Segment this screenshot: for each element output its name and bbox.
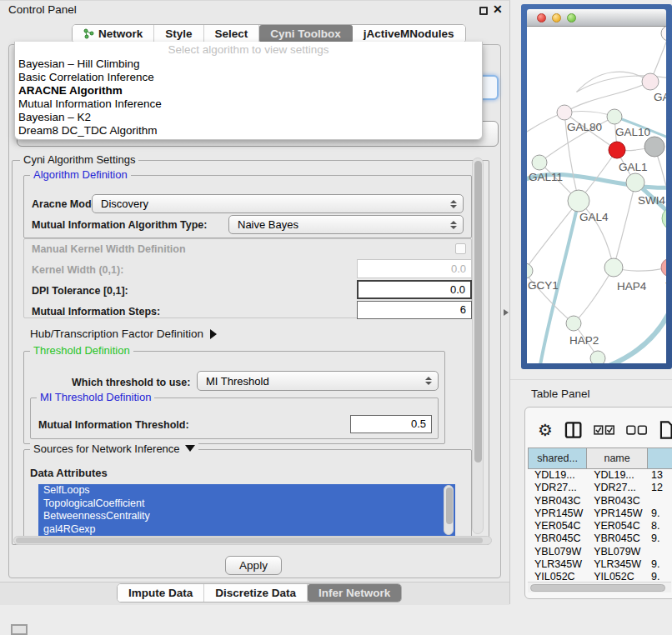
sources-legend[interactable]: Sources for Network Inference (30, 443, 198, 455)
column-header-2[interactable] (648, 448, 672, 469)
table-horizontal-scrollbar-thumb[interactable] (530, 584, 665, 592)
expanded-arrow-icon[interactable] (185, 445, 195, 452)
tab-select[interactable]: Select (204, 25, 260, 42)
settings-vertical-scrollbar-thumb[interactable] (474, 161, 482, 462)
node-table-body: YDL19...YDL19...13YDR27...YDR27...12YBR0… (528, 469, 672, 584)
zoom-traffic-light-icon[interactable] (567, 13, 576, 22)
network-node-gal1[interactable] (609, 142, 625, 158)
network-node-swi4[interactable] (626, 173, 644, 192)
aracne-mode-combobox[interactable]: Discovery (92, 194, 464, 213)
tab-label: Style (165, 28, 192, 40)
table-cell: YBR043C (587, 495, 648, 508)
table-horizontal-scrollbar[interactable] (528, 582, 671, 592)
network-node-hap2[interactable] (566, 316, 581, 331)
table-cell: YDL19... (528, 469, 587, 482)
table-row[interactable]: YER054CYER054C8. (528, 520, 672, 532)
table-row[interactable]: YBR045CYBR045C9. (528, 532, 672, 545)
network-node-y[interactable] (661, 258, 666, 277)
tab-impute-data[interactable]: Impute Data (118, 584, 204, 602)
tab-cyni-toolbox[interactable]: Cyni Toolbox (259, 25, 353, 42)
table-row[interactable]: YLR345WYLR345W9. (528, 558, 672, 571)
attribute-item-selfloops[interactable]: SelfLoops (38, 484, 455, 498)
algorithm-option-basic-correlation-inference[interactable]: Basic Correlation Inference (15, 71, 482, 84)
aracne-mode-label: Aracne Mode: (32, 198, 101, 210)
network-node-gal4[interactable] (568, 190, 589, 212)
algorithm-option-aracne-algorithm[interactable]: ARACNE Algorithm (15, 84, 482, 98)
table-row[interactable]: YBR043CYBR043C (528, 495, 672, 508)
network-view-window[interactable]: GALGAL80GAL10GAL1GAL11SWI4GAL4GCY1HAP4YH… (521, 4, 672, 369)
settings-vertical-scrollbar[interactable] (472, 158, 484, 534)
which-threshold-value: MI Threshold (206, 375, 269, 388)
document-icon[interactable] (659, 420, 672, 440)
close-icon[interactable]: ✕ (493, 2, 503, 16)
tab-network[interactable]: Network (73, 25, 154, 42)
minimize-traffic-light-icon[interactable] (552, 13, 561, 22)
table-row[interactable]: YBL079WYBL079W (528, 546, 672, 558)
attribute-item-gal4rgexp[interactable]: gal4RGexp (38, 523, 455, 537)
float-window-icon[interactable] (479, 7, 488, 15)
network-node[interactable] (590, 351, 605, 363)
split-columns-icon[interactable] (564, 421, 582, 439)
network-node-gcy1[interactable] (527, 263, 533, 278)
network-node-gal10[interactable] (607, 109, 622, 124)
table-cell (648, 546, 672, 558)
algorithm-option-mutual-information-inference[interactable]: Mutual Information Inference (15, 98, 482, 111)
network-node[interactable] (661, 27, 666, 41)
network-graph[interactable]: GALGAL80GAL10GAL1GAL11SWI4GAL4GCY1HAP4YH… (527, 27, 666, 363)
algorithm-option-bayesian-hill-climbing[interactable]: Bayesian – Hill Climbing (15, 58, 482, 71)
table-cell: YER054C (528, 520, 587, 532)
network-node-gal11[interactable] (532, 155, 547, 170)
network-node-label: Y (665, 280, 666, 292)
checked-boxes-icon[interactable] (594, 425, 614, 436)
kernel-width-field[interactable]: 0.0 (357, 259, 472, 278)
mi-type-value: Naive Bayes (238, 218, 298, 231)
manual-kernel-checkbox[interactable] (455, 243, 466, 254)
table-row[interactable]: YDR27...YDR27...12 (528, 482, 672, 494)
table-cell: YBL079W (528, 546, 587, 558)
tab-jactivemnodules[interactable]: jActiveMNodules (353, 25, 465, 42)
table-row[interactable]: YPR145WYPR145W9. (528, 508, 672, 520)
network-node-hap4[interactable] (604, 258, 623, 277)
table-row[interactable]: YDL19...YDL19...13 (528, 469, 672, 482)
tab-label: Select (215, 28, 248, 40)
attribute-item-betweennesscentrality[interactable]: BetweennessCentrality (38, 510, 455, 523)
settings-horizontal-scrollbar[interactable] (13, 536, 492, 545)
hub-definition-toggle[interactable]: Hub/Transcription Factor Definition (30, 328, 217, 340)
tab-discretize-data[interactable]: Discretize Data (204, 584, 308, 602)
network-node-gal[interactable] (642, 73, 659, 90)
network-edge (564, 82, 650, 112)
dpi-tolerance-field[interactable]: 0.0 (357, 280, 472, 299)
network-canvas[interactable]: GALGAL80GAL10GAL1GAL11SWI4GAL4GCY1HAP4YH… (527, 27, 666, 363)
attributes-scrollbar[interactable] (444, 485, 454, 535)
table-cell: 9. (648, 532, 672, 545)
settings-horizontal-scrollbar-thumb[interactable] (16, 538, 483, 543)
column-header-name[interactable]: name (587, 448, 648, 469)
panel-divider-grip-icon[interactable] (504, 309, 509, 316)
algorithm-option-dream8-dc-tdc-algorithm[interactable]: Dream8 DC_TDC Algorithm (15, 124, 482, 138)
close-traffic-light-icon[interactable] (537, 13, 546, 22)
collapsed-arrow-icon[interactable] (210, 329, 217, 339)
mi-type-combobox[interactable]: Naive Bayes (228, 215, 464, 234)
network-edge (614, 182, 635, 268)
network-node[interactable] (644, 137, 664, 157)
network-node-gal80[interactable] (557, 105, 572, 120)
application-window: Control Panel ✕ NetworkStyleSelectCyni T… (0, 0, 672, 635)
column-header-shared[interactable]: shared... (528, 448, 587, 469)
unchecked-boxes-icon[interactable] (626, 425, 647, 436)
control-panel: Control Panel ✕ NetworkStyleSelectCyni T… (0, 0, 510, 604)
algorithm-option-bayesian-k2[interactable]: Bayesian – K2 (15, 111, 482, 124)
mi-steps-field[interactable]: 6 (357, 301, 472, 319)
tab-style[interactable]: Style (154, 25, 203, 42)
network-window-titlebar[interactable] (527, 9, 666, 27)
mi-threshold-field[interactable]: 0.5 (350, 415, 432, 433)
tab-infer-network[interactable]: Infer Network (308, 584, 401, 602)
attributes-scrollbar-thumb[interactable] (446, 488, 453, 524)
table-cell: YBR043C (528, 495, 587, 508)
which-threshold-combobox[interactable]: MI Threshold (197, 371, 439, 391)
table-cell: YER054C (587, 520, 648, 532)
mi-steps-label: Mutual Information Steps: (32, 306, 160, 318)
apply-button[interactable]: Apply (225, 556, 282, 575)
gear-icon[interactable]: ⚙ (538, 422, 553, 438)
attribute-item-topologicalcoefficient[interactable]: TopologicalCoefficient (38, 498, 455, 511)
collapsed-panel-icon[interactable] (11, 624, 28, 635)
